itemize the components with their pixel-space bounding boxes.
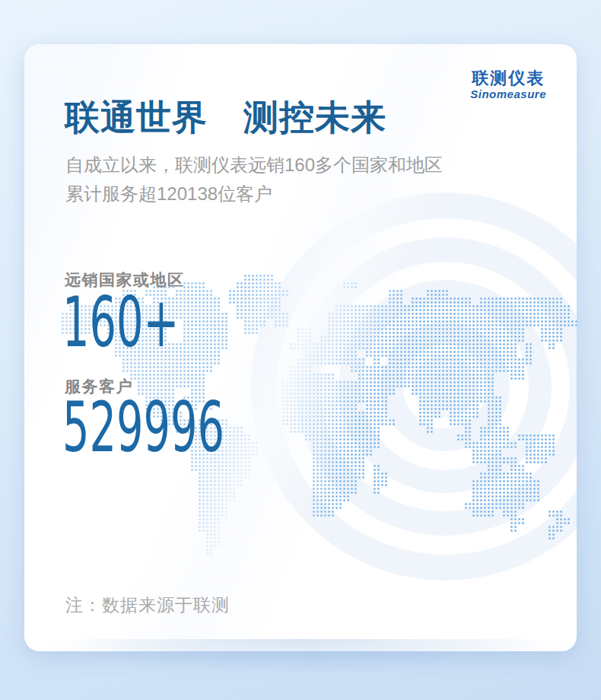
page-background: 联测仪表 Sinomeasure 联通世界 测控未来 自成立以来，联测仪表远销1… bbox=[0, 0, 601, 700]
subtitle-line-2: 累计服务超120138位客户 bbox=[65, 180, 443, 208]
page-title: 联通世界 测控未来 bbox=[65, 94, 386, 142]
stat-countries: 远销国家或地区 160+ bbox=[65, 269, 185, 291]
brand-logo-english: Sinomeasure bbox=[470, 88, 546, 101]
brand-logo: 联测仪表 Sinomeasure bbox=[470, 69, 546, 101]
data-source-note: 注：数据来源于联测 bbox=[65, 593, 230, 617]
subtitle: 自成立以来，联测仪表远销160多个国家和地区 累计服务超120138位客户 bbox=[65, 151, 443, 208]
stat-customers: 服务客户 529996 bbox=[65, 376, 133, 397]
brand-logo-chinese: 联测仪表 bbox=[470, 69, 546, 88]
stats-card: 联测仪表 Sinomeasure 联通世界 测控未来 自成立以来，联测仪表远销1… bbox=[24, 44, 577, 651]
subtitle-line-1: 自成立以来，联测仪表远销160多个国家和地区 bbox=[65, 151, 443, 180]
stat-customers-value: 529996 bbox=[62, 393, 224, 462]
stat-countries-value: 160+ bbox=[62, 288, 179, 357]
